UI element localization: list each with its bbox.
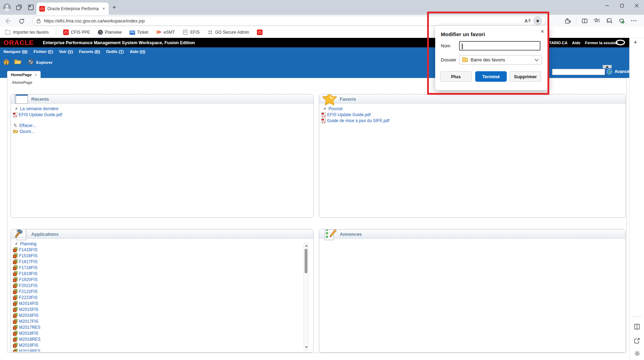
text-caret [462,44,463,49]
application-link-row[interactable]: F2122FIS [13,288,303,294]
close-window-button[interactable] [629,0,644,11]
application-link-row[interactable]: F1718FIS [13,265,303,271]
profile-avatar[interactable] [3,3,11,12]
application-link-row[interactable]: M2017FIS [13,318,303,324]
lock-icon [36,18,41,24]
breadcrumb: /HomePage [12,80,32,85]
collapse-triangle-icon [15,242,17,245]
more-button[interactable]: Plus [440,71,472,82]
recents-group-row[interactable]: La semaine dernière [13,106,303,112]
bookmark-favicon [156,29,161,35]
favorite-bookmark[interactable]: eSMT [156,29,175,35]
open-link[interactable]: Ouvrir... [13,128,303,134]
favorites-file-row[interactable]: Guide de mise à jour du SIFE.pdf [321,118,615,124]
app-cube-icon [13,331,18,335]
favorite-bookmark[interactable]: CFIS PPE [63,29,90,35]
favorite-bookmark[interactable]: EFIS [182,29,200,35]
back-button[interactable] [4,17,12,25]
scrollbar-thumb[interactable] [305,249,307,273]
explorer-label[interactable]: Explorer [36,60,53,65]
tab-homepage-close-icon[interactable]: × [35,73,37,77]
menu-item[interactable]: Fichier (F) [33,49,53,54]
application-link-row[interactable]: M2015FIS [13,306,303,312]
browser-essentials-icon[interactable] [618,17,625,25]
open-folder-button[interactable] [14,58,22,65]
sidebar-panel-icon[interactable] [633,323,641,331]
application-link-row[interactable]: M2018RES [13,336,303,342]
sidebar-add-icon[interactable]: + [633,39,637,46]
application-link-row[interactable]: M2019FIS [13,342,303,348]
application-link-row[interactable]: M2014FIS [13,300,303,306]
application-link-row[interactable]: F2021FIS [13,282,303,288]
settings-menu-icon[interactable] [630,17,638,25]
advanced-search-link[interactable]: Avancé [615,69,629,74]
favorites-group-row[interactable]: Poussé [321,106,615,112]
application-link-row[interactable]: F1920FIS [13,276,303,282]
menu-item[interactable]: Voir (V) [59,49,73,54]
delete-button[interactable]: Supprimer [510,71,541,82]
favorite-bookmark[interactable] [257,29,265,35]
menu-item[interactable]: Favoris (R) [79,49,100,54]
refresh-button[interactable] [18,17,25,25]
favorites-file-row[interactable]: EFIS Update Guide.pdf [321,112,615,118]
menu-item[interactable]: Naviguer (N) [4,49,27,54]
browser-tab[interactable]: Oracle Enterprise Performance M × [36,2,109,15]
help-link[interactable]: Aide [572,41,580,45]
folder-dropdown[interactable]: Barre des favoris [459,55,542,65]
address-bar[interactable]: https://efis.fma.csc.gov.on.ca/workspace… [32,16,546,26]
done-button[interactable]: Terminé [475,71,507,82]
favorites-list-icon[interactable] [593,17,601,25]
application-link-row[interactable]: F1516FIS [13,253,303,259]
menu-item[interactable]: Outils (T) [106,49,124,54]
application-link-row[interactable]: M2018FIS [13,330,303,336]
extensions-icon[interactable] [564,17,571,25]
favorite-bookmark[interactable]: Planview [98,29,122,35]
application-link-row[interactable]: F2223FIS [13,294,303,300]
chevron-down-icon [535,59,539,61]
search-input[interactable] [552,69,605,75]
tab-homepage[interactable]: HomePage × [7,71,41,78]
name-label: Nom [441,43,450,48]
recents-file-row[interactable]: EFIS Update Guide.pdf [13,112,303,118]
folder-icon [462,58,468,62]
read-aloud-icon[interactable]: A [525,18,530,24]
clear-recents-link[interactable]: Effacer... [13,122,303,128]
application-link-row[interactable]: M2016FIS [13,312,303,318]
workspaces-icon[interactable] [15,3,23,12]
maximize-button[interactable] [615,0,629,11]
vertical-tabs-icon[interactable] [27,3,35,12]
application-link-row[interactable]: F1617FIS [13,259,303,265]
favorites-items: CFIS PPE Planview Ticket eSMT EFIS [63,29,265,35]
favorite-name-input[interactable] [459,41,540,51]
favorite-bookmark[interactable]: Ticket [130,29,148,35]
application-link-row[interactable]: F1819FIS [13,271,303,276]
menu-item[interactable]: Aide (H) [130,49,145,54]
split-screen-icon[interactable] [581,17,589,25]
bookmark-favicon [207,29,213,35]
logout-link[interactable]: Fermer la session [585,41,618,45]
import-favorites-button[interactable]: Importer les favoris [5,29,49,35]
favorite-star-button[interactable]: ★ [533,16,542,25]
favorite-bookmark[interactable]: GO Secure Admin [207,29,249,35]
search-collapse-button[interactable] [603,65,612,68]
new-tab-button[interactable]: + [112,4,116,11]
open-external-icon[interactable] [633,337,641,345]
search-go-button[interactable] [607,69,612,74]
explorer-icon[interactable] [27,58,34,65]
application-link-row[interactable]: M2019RES [13,348,303,352]
collections-icon[interactable] [605,17,613,25]
app-cube-icon [13,265,18,270]
tab-close-icon[interactable]: × [101,6,106,11]
sidebar-settings-gear-icon[interactable] [633,349,641,357]
application-link-row[interactable]: M2017RES [13,324,303,330]
applications-group-row[interactable]: Planning [13,241,303,247]
toolbar-divider [576,18,576,24]
dialog-close-icon[interactable]: × [541,28,544,35]
minimize-button[interactable] [600,0,615,11]
app-cube-icon [13,247,18,252]
applications-scrollbar[interactable] [304,242,308,351]
application-link-row[interactable]: F1415FIS [13,247,303,253]
scroll-up-icon[interactable] [305,245,308,247]
home-button[interactable] [3,58,10,65]
scroll-down-icon[interactable] [305,346,308,348]
